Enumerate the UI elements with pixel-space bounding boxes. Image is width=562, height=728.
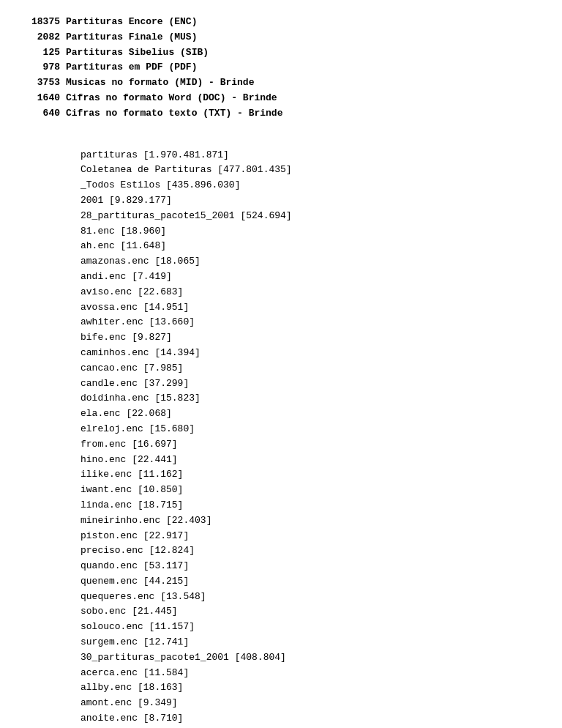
content-section: partituras [1.970.481.871]Coletanea de P… (80, 148, 540, 728)
content-line: candle.enc [37.299] (80, 376, 540, 392)
content-line: surgem.enc [12.741] (80, 635, 540, 650)
content-line: iwant.enc [10.850] (80, 483, 540, 498)
header-number: 640 (22, 106, 66, 122)
content-line: doidinha.enc [15.823] (80, 391, 540, 406)
header-text: Musicas no formato (MID) - Brinde (66, 75, 254, 91)
header-line: 978Partituras em PDF (PDF) (22, 60, 540, 75)
header-text: Partituras em PDF (PDF) (66, 60, 197, 75)
content-line: hino.enc [22.441] (80, 453, 540, 468)
header-line: 1640Cifras no formato Word (DOC) - Brind… (22, 91, 540, 106)
content-line: ilike.enc [11.162] (80, 467, 540, 483)
content-line: avossa.enc [14.951] (80, 300, 540, 316)
header-number: 125 (22, 45, 66, 61)
content-line: from.enc [16.697] (80, 437, 540, 453)
content-line: 30_partituras_pacote1_2001 [408.804] (80, 650, 540, 666)
content-line: Coletanea de Partituras [477.801.435] (80, 163, 540, 178)
content-line: quenem.enc [44.215] (80, 574, 540, 590)
header-line: 3753Musicas no formato (MID) - Brinde (22, 75, 540, 91)
content-line: andi.enc [7.419] (80, 270, 540, 285)
content-line: preciso.enc [12.824] (80, 543, 540, 559)
content-line: 81.enc [18.960] (80, 224, 540, 239)
header-number: 2082 (22, 30, 66, 45)
content-line: ah.enc [11.648] (80, 239, 540, 254)
header-text: Partituras Encore (ENC) (66, 15, 197, 30)
header-number: 3753 (22, 75, 66, 91)
header-line: 125Partituras Sibelius (SIB) (22, 45, 540, 61)
header-text: Partituras Finale (MUS) (66, 30, 197, 45)
header-line: 2082Partituras Finale (MUS) (22, 30, 540, 45)
header-section: 18375Partituras Encore (ENC)2082Partitur… (22, 15, 540, 133)
content-line: bife.enc [9.827] (80, 330, 540, 346)
content-line: acerca.enc [11.584] (80, 666, 540, 681)
content-line: partituras [1.970.481.871] (80, 148, 540, 163)
content-line: amont.enc [9.349] (80, 696, 540, 711)
content-line: aviso.enc [22.683] (80, 285, 540, 300)
header-text: Cifras no formato texto (TXT) - Brinde (66, 106, 282, 122)
content-line: allby.enc [18.163] (80, 680, 540, 696)
content-line: solouco.enc [11.157] (80, 620, 540, 635)
content-line: 2001 [9.829.177] (80, 193, 540, 209)
header-number: 18375 (22, 15, 66, 30)
header-number: 1640 (22, 91, 66, 106)
content-line: _Todos Estilos [435.896.030] (80, 178, 540, 193)
content-line: anoite.enc [8.710] (80, 711, 540, 727)
header-line: 18375Partituras Encore (ENC) (22, 15, 540, 30)
content-line: ela.enc [22.068] (80, 406, 540, 422)
content-line: amazonas.enc [18.065] (80, 254, 540, 270)
header-number: 978 (22, 60, 66, 75)
content-line: 28_partituras_pacote15_2001 [524.694] (80, 209, 540, 224)
content-line: quando.enc [53.117] (80, 559, 540, 574)
header-line: 640Cifras no formato texto (TXT) - Brind… (22, 106, 540, 122)
content-line: sobo.enc [21.445] (80, 604, 540, 620)
content-line: caminhos.enc [14.394] (80, 346, 540, 361)
content-line: cancao.enc [7.985] (80, 361, 540, 376)
header-text: Cifras no formato Word (DOC) - Brinde (66, 91, 277, 106)
content-line: quequeres.enc [13.548] (80, 590, 540, 605)
content-line: linda.enc [18.715] (80, 498, 540, 513)
content-line: awhiter.enc [13.660] (80, 315, 540, 330)
content-line: piston.enc [22.917] (80, 529, 540, 544)
content-line: mineirinho.enc [22.403] (80, 513, 540, 529)
header-text: Partituras Sibelius (SIB) (66, 45, 209, 61)
content-line: elreloj.enc [15.680] (80, 422, 540, 437)
